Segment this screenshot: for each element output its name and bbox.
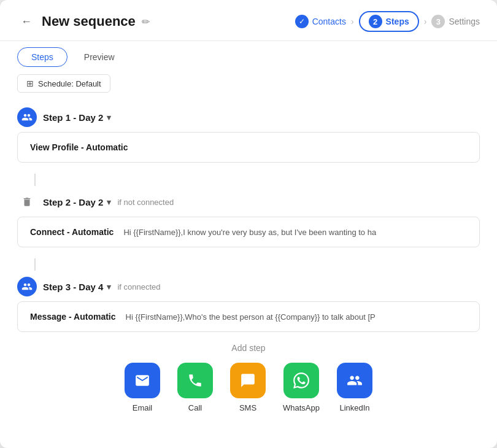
step-card-2[interactable]: Connect - Automatic Hi {{FirstName}},I k… (17, 217, 480, 247)
step-title-1: Step 1 - Day 2 ▾ (43, 112, 111, 123)
tab-steps[interactable]: Steps (17, 47, 67, 67)
step-block-2: Step 2 - Day 2 ▾ if not connected Connec… (0, 186, 497, 247)
page-title: New sequence (42, 14, 136, 29)
add-step-row: Add step Email Cal (0, 343, 497, 412)
channel-sms[interactable]: SMS (230, 363, 266, 412)
nav-step-steps[interactable]: 2 Steps (359, 11, 419, 32)
chevron-step1[interactable]: ▾ (107, 113, 111, 122)
step-header-3: Step 3 - Day 4 ▾ if connected (0, 271, 497, 301)
step-icon-1 (17, 107, 37, 127)
step-card-1[interactable]: View Profile - Automatic (17, 132, 480, 163)
nav-num-steps: 2 (369, 15, 382, 28)
step-card-preview-3: Hi {{FirstName}},Who's the best person a… (126, 312, 376, 322)
step-header-2: Step 2 - Day 2 ▾ if not connected (0, 186, 497, 217)
nav-step-contacts[interactable]: ✓ Contacts (295, 15, 346, 28)
channel-call[interactable]: Call (177, 363, 213, 412)
nav-check-contacts: ✓ (295, 15, 309, 28)
step-card-title-2: Connect - Automatic (30, 227, 114, 237)
step-card-title-3: Message - Automatic (30, 312, 116, 322)
nav-arrow-2: › (424, 17, 427, 26)
step-block-3: Step 3 - Day 4 ▾ if connected Message - … (0, 271, 497, 332)
edit-icon[interactable]: ✏ (142, 16, 150, 28)
channel-row: Email Call SMS (112, 363, 385, 412)
schedule-button[interactable]: ⊞ Schedule: Default (17, 74, 110, 93)
linkedin-button[interactable] (337, 363, 372, 398)
step-header-1: Step 1 - Day 2 ▾ (0, 101, 497, 132)
schedule-bar: ⊞ Schedule: Default (0, 67, 497, 96)
step-title-2: Step 2 - Day 2 ▾ if not connected (43, 197, 174, 207)
step-block-1: Step 1 - Day 2 ▾ View Profile - Automati… (0, 101, 497, 163)
linkedin-label: LinkedIn (339, 403, 369, 412)
nav-step-settings[interactable]: 3 Settings (431, 15, 480, 28)
back-button[interactable]: ← (17, 14, 36, 29)
app-window: ← New sequence ✏ ✓ Contacts › 2 Steps › … (0, 0, 497, 448)
sms-label: SMS (239, 403, 256, 412)
step-divider-1 (34, 174, 36, 186)
nav-label-steps: Steps (386, 17, 409, 26)
step-title-3: Step 3 - Day 4 ▾ if connected (43, 282, 160, 292)
header-nav: ✓ Contacts › 2 Steps › 3 Settings (295, 11, 480, 32)
main-content: Step 1 - Day 2 ▾ View Profile - Automati… (0, 96, 497, 448)
channel-linkedin[interactable]: LinkedIn (337, 363, 372, 412)
nav-num-settings: 3 (431, 15, 445, 28)
schedule-label: Schedule: Default (38, 79, 101, 88)
email-button[interactable] (125, 363, 160, 398)
tab-preview[interactable]: Preview (70, 47, 129, 67)
step-card-preview-2: Hi {{FirstName}},I know you're very busy… (123, 228, 376, 237)
step-card-title-1: View Profile - Automatic (30, 142, 128, 152)
whatsapp-label: WhatsApp (283, 403, 320, 412)
email-label: Email (133, 403, 153, 412)
chevron-step2[interactable]: ▾ (107, 198, 111, 207)
step-condition-2: if not connected (117, 198, 174, 207)
add-step-label[interactable]: Add step (231, 343, 265, 353)
sms-button[interactable] (230, 363, 266, 398)
call-button[interactable] (177, 363, 213, 398)
channel-email[interactable]: Email (125, 363, 160, 412)
call-label: Call (188, 403, 202, 412)
step-icon-3 (17, 277, 37, 296)
step-icon-2[interactable] (17, 192, 37, 212)
header: ← New sequence ✏ ✓ Contacts › 2 Steps › … (0, 0, 497, 41)
step-condition-3: if connected (117, 282, 160, 292)
calendar-icon: ⊞ (26, 79, 34, 88)
nav-label-settings: Settings (449, 17, 480, 26)
whatsapp-button[interactable] (283, 363, 319, 398)
nav-arrow-1: › (351, 17, 354, 26)
tabs-bar: Steps Preview (0, 41, 497, 67)
channel-whatsapp[interactable]: WhatsApp (283, 363, 320, 412)
chevron-step3[interactable]: ▾ (107, 282, 111, 292)
header-left: ← New sequence ✏ (17, 14, 150, 29)
nav-label-contacts: Contacts (312, 17, 346, 26)
step-card-3[interactable]: Message - Automatic Hi {{FirstName}},Who… (17, 301, 480, 332)
step-divider-2 (34, 258, 36, 271)
